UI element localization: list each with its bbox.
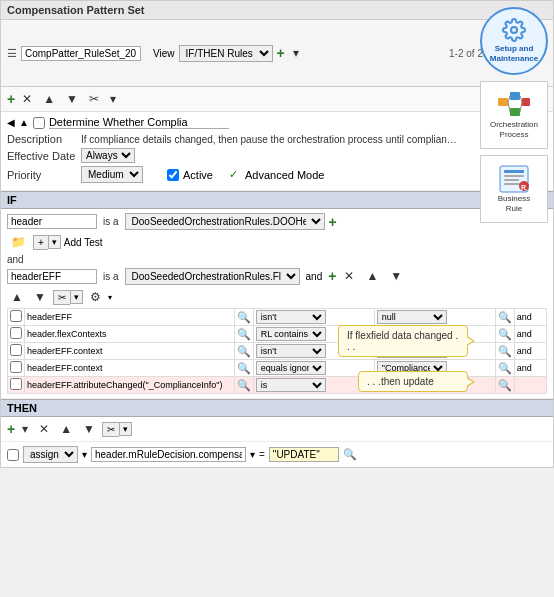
- svg-line-5: [508, 96, 510, 102]
- test-val-select[interactable]: null: [377, 344, 447, 358]
- svg-line-8: [520, 102, 522, 112]
- business-rule-label: BusinessRule: [498, 194, 530, 213]
- test-search-icon-2[interactable]: 🔍: [498, 311, 512, 323]
- setup-maintenance-button[interactable]: Setup andMaintenance: [480, 7, 548, 75]
- then-assign-select[interactable]: assign: [23, 446, 78, 463]
- more-action-button[interactable]: ▾: [106, 90, 120, 108]
- sub-settings-arrow[interactable]: ▾: [108, 293, 112, 302]
- if-field-1[interactable]: [7, 214, 97, 229]
- test-op-select[interactable]: is: [256, 378, 326, 392]
- expand-icon[interactable]: ▲: [19, 117, 29, 128]
- move-down-button[interactable]: ▼: [62, 90, 82, 108]
- test-val-select[interactable]: headerEFF: [377, 327, 447, 341]
- test-row-checkbox[interactable]: [10, 327, 22, 339]
- test-search-icon-2[interactable]: 🔍: [498, 328, 512, 340]
- then-add-button[interactable]: +: [7, 421, 15, 437]
- add-test-folder-button[interactable]: 📁: [7, 233, 30, 251]
- svg-line-6: [508, 102, 510, 112]
- and-row: and: [7, 254, 547, 265]
- if-delete-2[interactable]: ✕: [340, 267, 358, 285]
- then-arrow[interactable]: ▾: [18, 420, 32, 438]
- description-row: Description If compliance details change…: [7, 133, 547, 145]
- test-field-cell: headerEFF.context: [25, 343, 235, 360]
- sub-cut-arrow[interactable]: ▾: [70, 290, 83, 304]
- sub-settings[interactable]: ⚙: [86, 288, 105, 306]
- then-eq: =: [259, 449, 265, 460]
- active-checkbox[interactable]: [167, 169, 179, 181]
- if-val-select-1[interactable]: DooSeededOrchestrationRules.DOOHeader: [125, 213, 325, 230]
- test-search-icon[interactable]: 🔍: [237, 379, 251, 391]
- test-op-select[interactable]: RL contains: [256, 327, 326, 341]
- test-row-checkbox[interactable]: [10, 310, 22, 322]
- rule-name-input[interactable]: [49, 116, 229, 129]
- test-search-icon[interactable]: 🔍: [237, 345, 251, 357]
- add-test-arrow[interactable]: ▾: [48, 235, 61, 249]
- orchestration-process-button[interactable]: OrchestrationProcess: [480, 81, 548, 149]
- right-panel: Setup andMaintenance OrchestrationProces…: [474, 1, 554, 229]
- then-search-icon[interactable]: 🔍: [343, 448, 357, 461]
- svg-rect-10: [504, 170, 524, 173]
- test-row: headerEFF 🔍 isn't null 🔍 and: [8, 309, 547, 326]
- sub-toolbar: ▲ ▼ ✂ ▾ ⚙ ▾: [7, 288, 547, 306]
- if-add-button-2[interactable]: +: [328, 268, 336, 284]
- then-delete[interactable]: ✕: [35, 420, 53, 438]
- add-rule-button[interactable]: +: [277, 45, 285, 61]
- cut-button[interactable]: ✂: [85, 90, 103, 108]
- sub-up[interactable]: ▲: [7, 288, 27, 306]
- test-search-icon-2[interactable]: 🔍: [498, 362, 512, 374]
- test-op-select[interactable]: isn't: [256, 310, 326, 324]
- then-cut-arrow[interactable]: ▾: [119, 422, 132, 436]
- add-test-split-btn[interactable]: + ▾: [33, 235, 61, 250]
- sub-down[interactable]: ▼: [30, 288, 50, 306]
- view-select[interactable]: IF/THEN Rules: [179, 45, 273, 62]
- test-row-checkbox[interactable]: [10, 344, 22, 356]
- rule-set-input[interactable]: [21, 46, 141, 61]
- if-row-2: is a DooSeededOrchestrationRules.FlexCon…: [7, 267, 547, 285]
- test-search-icon[interactable]: 🔍: [237, 328, 251, 340]
- test-search-icon-2[interactable]: 🔍: [498, 345, 512, 357]
- test-row: headerEFF.attributeChanged("_ComplianceI…: [8, 377, 547, 394]
- if-val-select-2[interactable]: DooSeededOrchestrationRules.FlexContext: [125, 268, 300, 285]
- business-rule-button[interactable]: R BusinessRule: [480, 155, 548, 223]
- effective-date-label: Effective Date: [7, 150, 77, 162]
- more-options-button[interactable]: ▾: [289, 44, 303, 62]
- test-val-select[interactable]: null: [377, 310, 447, 324]
- collapse-icon[interactable]: ◀: [7, 117, 15, 128]
- action-toolbar: + ✕ ▲ ▼ ✂ ▾: [1, 87, 553, 112]
- delete-button[interactable]: ✕: [18, 90, 36, 108]
- then-down[interactable]: ▼: [79, 420, 99, 438]
- add-row-button[interactable]: +: [7, 91, 15, 107]
- test-row-checkbox[interactable]: [10, 361, 22, 373]
- if-up-2[interactable]: ▲: [362, 267, 382, 285]
- rule-checkbox[interactable]: [33, 117, 45, 129]
- test-search-icon-2[interactable]: 🔍: [498, 379, 512, 391]
- if-down-2[interactable]: ▼: [386, 267, 406, 285]
- test-row: header.flexContexts 🔍 RL contains header…: [8, 326, 547, 343]
- move-up-button[interactable]: ▲: [39, 90, 59, 108]
- add-test-main[interactable]: +: [33, 235, 48, 250]
- test-row: headerEFF.context 🔍 equals ignore case "…: [8, 360, 547, 377]
- test-op-select[interactable]: equals ignore case: [256, 361, 326, 375]
- then-up[interactable]: ▲: [56, 420, 76, 438]
- then-cut[interactable]: ✂: [102, 422, 119, 437]
- toolbar-row: ☰ View IF/THEN Rules + ▾ 1-2 of 2: [1, 20, 553, 87]
- sub-cut[interactable]: ✂: [53, 290, 70, 305]
- test-val-select[interactable]: "ComplianceDetails": [377, 361, 447, 375]
- then-val-input[interactable]: [269, 447, 339, 462]
- and-text-2: and: [306, 271, 323, 282]
- effective-date-select[interactable]: Always: [81, 148, 135, 163]
- test-row-checkbox[interactable]: [10, 378, 22, 390]
- test-search-icon[interactable]: 🔍: [237, 362, 251, 374]
- then-checkbox[interactable]: [7, 449, 19, 461]
- test-search-icon[interactable]: 🔍: [237, 311, 251, 323]
- priority-select[interactable]: Medium: [81, 166, 143, 183]
- if-section-label: IF: [1, 191, 553, 209]
- description-value: If compliance details changed, then paus…: [81, 134, 461, 145]
- then-field-input[interactable]: [91, 447, 246, 462]
- if-field-2[interactable]: [7, 269, 97, 284]
- test-row: headerEFF.context 🔍 isn't null 🔍 and: [8, 343, 547, 360]
- advanced-label: Advanced Mode: [245, 169, 325, 181]
- if-add-button-1[interactable]: +: [329, 214, 337, 230]
- test-op-select[interactable]: isn't: [256, 344, 326, 358]
- test-val-select[interactable]: true: [377, 378, 447, 392]
